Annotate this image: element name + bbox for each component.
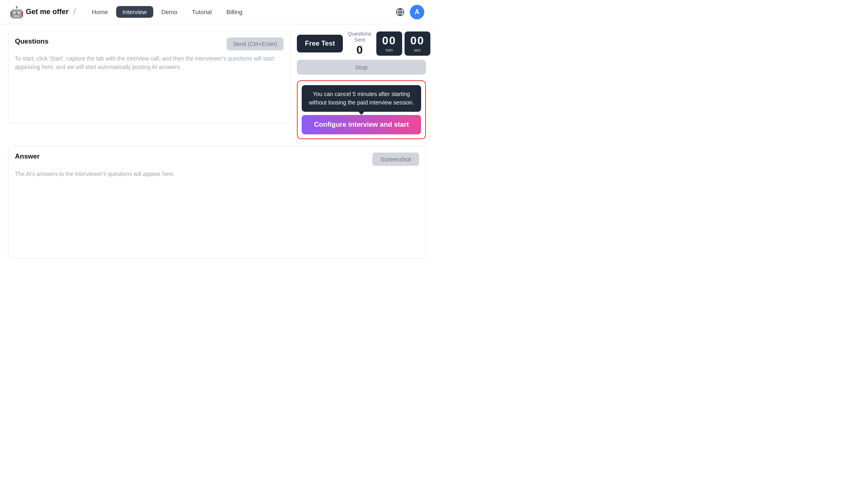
answer-title: Answer (15, 153, 40, 161)
controls-top-row: Free Test Questions Sent 0 00 min 00 sec (297, 31, 426, 56)
questions-title: Questions (15, 38, 48, 46)
timer-sec-block: 00 sec (405, 31, 430, 56)
configure-button[interactable]: Configure interview and start (302, 115, 421, 134)
send-button[interactable]: Send (Ctrl+Enter) (227, 38, 284, 50)
nav-links: Home Interview Demo Tutorial Billing (86, 6, 249, 18)
questions-sent-value: 0 (357, 44, 363, 56)
free-test-button[interactable]: Free Test (297, 35, 343, 52)
nav-home[interactable]: Home (86, 6, 115, 18)
top-row: Questions Send (Ctrl+Enter) To start, cl… (8, 31, 426, 139)
answer-panel: Answer Screenshot The AI's answers to th… (8, 146, 426, 259)
right-controls: Free Test Questions Sent 0 00 min 00 sec (297, 31, 426, 139)
nav-demo[interactable]: Demo (155, 6, 184, 18)
red-outline-box: You can cancel 5 minutes after starting … (297, 80, 426, 139)
questions-description: To start, click 'Start', capture the tab… (15, 54, 284, 71)
nav-billing[interactable]: Billing (220, 6, 249, 18)
nav-interview[interactable]: Interview (116, 6, 153, 18)
brand-name: Get me offer (26, 8, 69, 16)
robot-icon: 🤖 (10, 6, 23, 19)
questions-sent-block: Questions Sent 0 (348, 31, 371, 56)
main-content: Questions Send (Ctrl+Enter) To start, cl… (0, 24, 434, 265)
timer-min-label: min (382, 48, 396, 52)
questions-header: Questions Send (Ctrl+Enter) (15, 38, 284, 50)
tooltip-box: You can cancel 5 minutes after starting … (302, 85, 421, 112)
timer-min-digits: 00 (382, 35, 396, 47)
tooltip-text: You can cancel 5 minutes after starting … (309, 91, 414, 106)
questions-panel: Questions Send (Ctrl+Enter) To start, cl… (8, 31, 290, 123)
screenshot-button[interactable]: Screenshot (372, 153, 419, 166)
stop-button[interactable]: Stop (297, 60, 426, 75)
questions-sent-label: Questions Sent (348, 31, 371, 43)
language-button[interactable] (394, 6, 407, 19)
brand-slash: / (73, 7, 76, 17)
timer-blocks: 00 min 00 sec (376, 31, 430, 56)
answer-header: Answer Screenshot (15, 153, 419, 166)
user-avatar[interactable]: A (410, 5, 424, 19)
timer-min-block: 00 min (376, 31, 402, 56)
answer-description: The AI's answers to the interviewer's qu… (15, 170, 419, 178)
timer-sec-label: sec (410, 48, 425, 52)
brand-logo-link[interactable]: 🤖 Get me offer (10, 6, 69, 19)
timer-sec-digits: 00 (410, 35, 425, 47)
navbar: 🤖 Get me offer / Home Interview Demo Tut… (0, 0, 434, 24)
nav-tutorial[interactable]: Tutorial (186, 6, 218, 18)
